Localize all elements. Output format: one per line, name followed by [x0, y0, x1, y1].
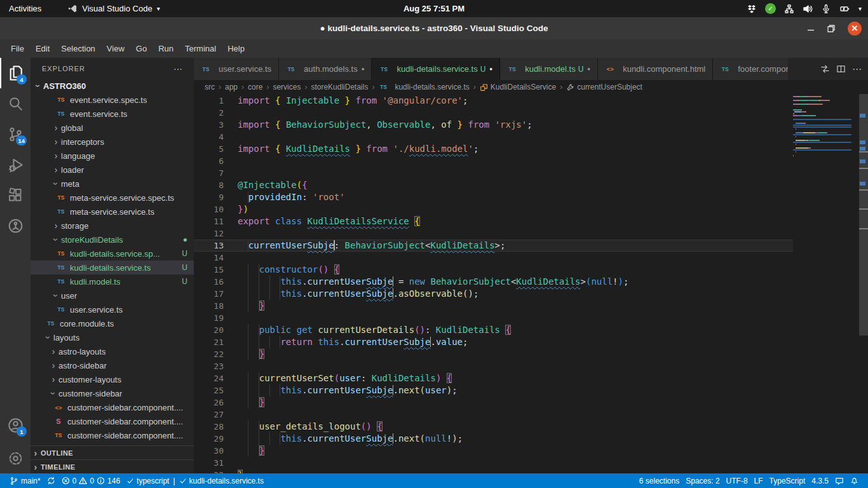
line-number[interactable]: 18 — [194, 300, 224, 312]
line-number[interactable]: 6 — [194, 155, 224, 167]
menu-run[interactable]: Run — [153, 41, 179, 56]
line-number[interactable]: 8 — [194, 179, 224, 191]
tab-kudli-details-service-ts[interactable]: TSkudli-details.service.tsU● — [372, 58, 500, 80]
code-line[interactable]: 10}) — [194, 203, 793, 215]
code-line[interactable]: 21return this.currentUserSubje.value; — [194, 336, 793, 348]
code-line[interactable]: 19 — [194, 312, 793, 324]
tree-folder-global[interactable]: ›global — [31, 121, 194, 135]
breadcrumb-core[interactable]: core — [248, 83, 262, 92]
breadcrumb-app[interactable]: app — [225, 83, 238, 92]
menu-selection[interactable]: Selection — [55, 41, 100, 56]
line-number[interactable]: 26 — [194, 396, 224, 409]
tree-folder-storage[interactable]: ›storage — [31, 219, 194, 233]
code-line[interactable]: 9providedIn: 'root' — [194, 191, 793, 203]
status-notifications[interactable] — [847, 477, 862, 485]
breadcrumb-symbol[interactable]: KudliDetailsService — [480, 83, 556, 92]
code-line[interactable]: 28user_details_logout() { — [194, 421, 793, 433]
line-number[interactable]: 4 — [194, 131, 224, 143]
line-number[interactable]: 10 — [194, 203, 224, 215]
breadcrumb-member[interactable]: currentUserSubject — [566, 83, 642, 92]
menu-terminal[interactable]: Terminal — [179, 41, 222, 56]
code-line[interactable]: 18} — [194, 300, 793, 312]
code-line[interactable]: 32} — [194, 469, 793, 473]
tree-file-customer-sidebar-component-[interactable]: Scustomer-sidebar.component.... — [31, 414, 194, 428]
code-line[interactable]: 13currentUserSubje: BehaviorSubject<Kudl… — [194, 240, 793, 252]
tab-kundli-component-html[interactable]: <>kundli.component.html — [598, 58, 713, 80]
breadcrumb-storekudlidetails[interactable]: storeKudliDetails — [311, 83, 368, 92]
status-selections[interactable]: 6 selections — [636, 477, 682, 485]
scrollbar-thumb[interactable] — [859, 94, 868, 336]
line-number[interactable]: 27 — [194, 409, 224, 421]
code-line[interactable]: 30} — [194, 445, 793, 457]
window-title-bar[interactable]: ● kudli-details.service.ts - astro360 - … — [0, 17, 868, 39]
code-line[interactable]: 26} — [194, 396, 793, 409]
tree-folder-customer-sidebar[interactable]: ›customer-sidebar — [31, 386, 194, 400]
tree-folder-storekudlidetails[interactable]: ›storeKudliDetails● — [31, 233, 194, 247]
explorer-more-actions[interactable]: ··· — [173, 64, 182, 74]
tab-user-service-ts[interactable]: TSuser.service.ts — [194, 58, 279, 80]
line-number[interactable]: 30 — [194, 445, 224, 457]
code-line[interactable]: 27 — [194, 409, 793, 421]
minimap[interactable] — [793, 96, 859, 157]
code-line[interactable]: 3import { BehaviorSubject, Observable, o… — [194, 119, 793, 131]
code-line[interactable]: 5import { KudliDetails } from './kudli.m… — [194, 143, 793, 155]
status-encoding[interactable]: UTF-8 — [723, 477, 751, 485]
tree-folder-loader[interactable]: ›loader — [31, 163, 194, 177]
activity-search-button[interactable] — [0, 88, 31, 119]
breadcrumb-file[interactable]: TSkudli-details.service.ts — [378, 82, 469, 92]
activities-button[interactable]: Activities — [0, 0, 50, 17]
tab-footer-compor[interactable]: TSfooter.compor — [713, 58, 788, 80]
tree-folder-meta[interactable]: ›meta — [31, 177, 194, 191]
menu-go[interactable]: Go — [130, 41, 153, 56]
tree-folder-layouts[interactable]: ›layouts — [31, 330, 194, 344]
line-number[interactable]: 5 — [194, 143, 224, 155]
split-editor-button[interactable] — [836, 64, 846, 74]
section-outline[interactable]: ›OUTLINE — [31, 445, 194, 459]
tree-file-event-service-ts[interactable]: TSevent.service.ts — [31, 107, 194, 121]
code-line[interactable]: 29this.currentUserSubje.next(null!); — [194, 433, 793, 445]
status-feedback[interactable] — [832, 477, 847, 485]
code-line[interactable]: 22} — [194, 348, 793, 360]
code-line[interactable]: 12 — [194, 227, 793, 240]
line-number[interactable]: 32 — [194, 469, 224, 473]
open-changes-button[interactable] — [820, 64, 830, 74]
line-number[interactable]: 2 — [194, 107, 224, 119]
line-number[interactable]: 13 — [194, 240, 224, 252]
section-timeline[interactable]: ›TIMELINE — [31, 459, 194, 473]
menu-view[interactable]: View — [101, 41, 130, 56]
tree-folder-user[interactable]: ›user — [31, 288, 194, 302]
code-line[interactable]: 8@Injectable({ — [194, 179, 793, 191]
status-eol[interactable]: LF — [751, 477, 766, 485]
menu-file[interactable]: File — [5, 41, 30, 56]
line-number[interactable]: 23 — [194, 360, 224, 372]
clock[interactable]: Aug 25 7:51 PM — [403, 4, 465, 13]
code-line[interactable]: 15constructor() { — [194, 264, 793, 276]
app-menu[interactable]: Visual Studio Code ▾ — [68, 4, 159, 13]
line-number[interactable]: 31 — [194, 457, 224, 469]
tree-file-core-module-ts[interactable]: TScore.module.ts — [31, 316, 194, 330]
status-ts-version[interactable]: 4.3.5 — [808, 477, 832, 485]
tree-file-user-service-ts[interactable]: TSuser.service.ts — [31, 302, 194, 316]
tree-folder-astro-layouts[interactable]: ›astro-layouts — [31, 344, 194, 358]
code-line[interactable]: 24currentUserSet(user: KudliDetails) { — [194, 372, 793, 384]
line-number[interactable]: 28 — [194, 421, 224, 433]
code-line[interactable]: 1import { Injectable } from '@angular/co… — [194, 95, 793, 107]
code-line[interactable]: 16this.currentUserSubje = new BehaviorSu… — [194, 276, 793, 288]
line-number[interactable]: 19 — [194, 312, 224, 324]
menu-help[interactable]: Help — [222, 41, 250, 56]
line-number[interactable]: 16 — [194, 276, 224, 288]
code-line[interactable]: 2 — [194, 107, 793, 119]
tree-file-kudli-details-service-sp-[interactable]: TSkudli-details.service.sp...U — [31, 247, 194, 261]
status-git-branch[interactable]: main* — [6, 473, 44, 488]
breadcrumb-src[interactable]: src — [205, 83, 215, 92]
activity-extensions-button[interactable] — [0, 180, 31, 210]
code-line[interactable]: 20public get currentUserDetails(): Kudli… — [194, 324, 793, 336]
tree-folder-astro-sidebar[interactable]: ›astro-sidebar — [31, 358, 194, 372]
code-line[interactable]: 7 — [194, 167, 793, 179]
menu-edit[interactable]: Edit — [30, 41, 55, 56]
tree-file-kudli-model-ts[interactable]: TSkudli.model.tsU — [31, 274, 194, 288]
line-number[interactable]: 17 — [194, 288, 224, 300]
tab-kudli-model-ts[interactable]: TSkudli.model.tsU● — [500, 58, 598, 80]
activity-git-graph-button[interactable] — [0, 210, 31, 241]
tree-folder-interceptors[interactable]: ›interceptors — [31, 135, 194, 149]
